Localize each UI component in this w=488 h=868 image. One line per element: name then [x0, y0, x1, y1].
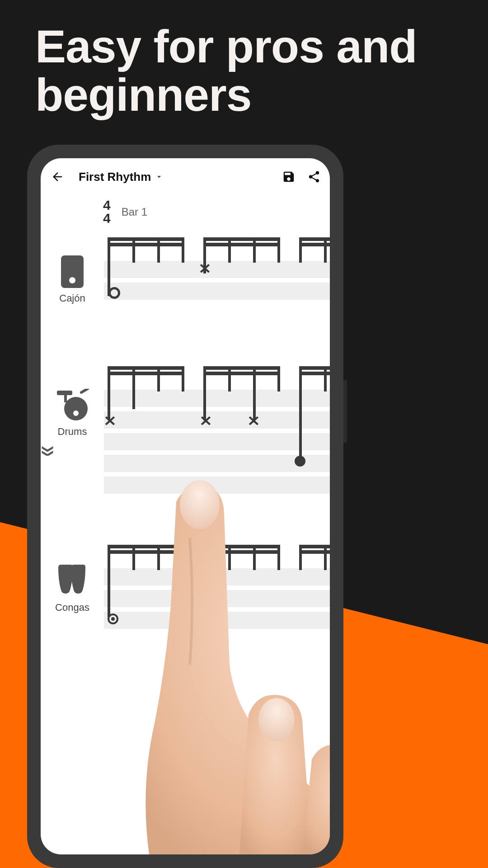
time-sig-top: 4	[103, 199, 111, 212]
back-button[interactable]	[49, 168, 66, 185]
svg-point-2	[64, 397, 88, 420]
svg-point-3	[73, 410, 79, 416]
time-sig-bottom: 4	[103, 212, 111, 225]
arrow-left-icon	[51, 170, 64, 184]
note-target[interactable]	[108, 613, 118, 624]
bar-label: Bar 1	[122, 206, 147, 218]
time-signature[interactable]: 4 4	[103, 199, 111, 225]
phone-side-button	[343, 380, 347, 443]
chevron-down-icon	[155, 172, 164, 181]
svg-rect-1	[64, 394, 67, 402]
save-icon	[282, 170, 296, 184]
drums-label: Drums	[41, 426, 104, 438]
phone-frame: First Rhythm 4 4 Bar 1	[27, 145, 343, 868]
drums-notation[interactable]: ✕ ✕ ✕	[104, 366, 330, 502]
share-icon	[307, 170, 321, 184]
save-button[interactable]	[281, 169, 296, 184]
note-open[interactable]	[108, 287, 120, 299]
track-congas[interactable]: Congas	[41, 545, 330, 671]
share-button[interactable]	[306, 169, 322, 184]
app-header: First Rhythm	[41, 158, 330, 191]
svg-line-4	[81, 389, 88, 392]
note-x[interactable]: ✕	[199, 263, 211, 274]
expand-drums-button[interactable]	[41, 446, 54, 456]
congas-icon	[41, 563, 104, 597]
cajon-label: Cajón	[41, 292, 104, 304]
svg-point-6	[258, 698, 295, 741]
bar-header: 4 4 Bar 1	[41, 199, 330, 225]
note-fill[interactable]	[295, 456, 305, 467]
double-chevron-down-icon	[41, 446, 54, 456]
track-cajon[interactable]: Cajón	[41, 237, 330, 314]
note-x[interactable]: ✕	[104, 415, 116, 426]
drums-icon	[41, 389, 104, 421]
marketing-headline: Easy for pros and beginners	[35, 23, 470, 119]
note-x[interactable]: ✕	[248, 415, 259, 426]
congas-notation[interactable]	[104, 545, 330, 680]
cajon-notation[interactable]: ✕	[104, 237, 330, 373]
congas-label: Congas	[41, 602, 104, 613]
note-x[interactable]: ✕	[200, 415, 211, 426]
app-screen: First Rhythm 4 4 Bar 1	[41, 158, 330, 854]
rhythm-title-dropdown[interactable]: First Rhythm	[79, 170, 164, 184]
rhythm-title: First Rhythm	[79, 170, 151, 184]
track-drums[interactable]: Drums	[41, 366, 330, 502]
cajon-icon	[41, 255, 104, 288]
